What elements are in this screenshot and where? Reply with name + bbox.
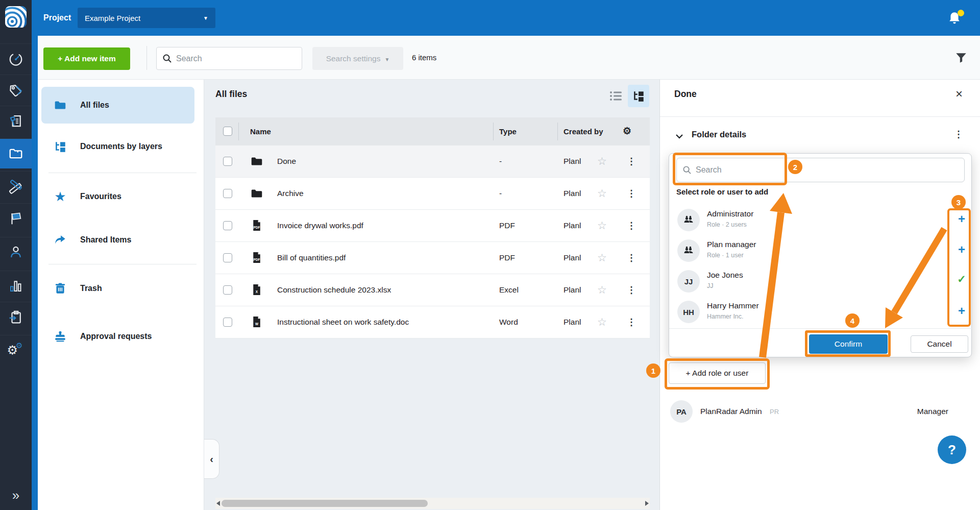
member-row: PA PlanRadar Admin PR Manager (659, 398, 980, 427)
avatar (677, 239, 700, 262)
table-row[interactable]: X Construction schedule 2023.xlsx Excel … (215, 274, 650, 306)
search-settings-button[interactable]: Search settings▼ (312, 47, 403, 70)
role-user-list-item[interactable]: Plan manager Role · 1 user+ (669, 235, 972, 266)
notification-bell-icon[interactable] (948, 11, 963, 27)
sidebar-item-shared-items[interactable]: Shared Items (41, 224, 194, 256)
favourite-star-icon[interactable]: ☆ (597, 220, 607, 232)
favourite-star-icon[interactable]: ☆ (597, 316, 607, 328)
plus-icon[interactable]: + (954, 212, 969, 226)
select-all-checkbox[interactable] (223, 127, 232, 136)
reports-icon[interactable] (0, 204, 32, 233)
sidebar-item-approval-requests[interactable]: Approval requests (41, 321, 194, 352)
file-name[interactable]: Invoice drywal works.pdf (277, 221, 363, 230)
expand-sidebar-icon[interactable]: » (0, 484, 32, 506)
tree-view-icon[interactable] (628, 85, 649, 107)
items-count: 6 items (412, 36, 436, 80)
check-icon[interactable]: ✓ (954, 273, 969, 285)
kebab-menu-icon[interactable]: ⋮ (627, 156, 636, 167)
sidebar-item-trash[interactable]: Trash (41, 273, 194, 304)
row-checkbox[interactable] (223, 157, 232, 166)
users-icon[interactable] (0, 237, 32, 267)
word-file-icon: W (250, 315, 263, 329)
favourite-star-icon[interactable]: ☆ (597, 284, 607, 296)
plus-icon[interactable]: + (954, 242, 969, 257)
add-role-or-user-button[interactable]: + Add role or user (669, 362, 766, 384)
dashboard-icon[interactable] (0, 44, 32, 74)
file-name[interactable]: Construction schedule 2023.xlsx (277, 285, 391, 295)
row-checkbox[interactable] (223, 285, 232, 295)
file-name[interactable]: Bill of quantities.pdf (277, 253, 346, 262)
row-checkbox[interactable] (223, 253, 232, 262)
sidebar-item-label: Trash (80, 284, 102, 293)
sidebar-item-documents-by-layers[interactable]: Documents by layers (41, 131, 194, 162)
row-checkbox[interactable] (223, 221, 232, 230)
list-view-icon[interactable] (607, 87, 625, 105)
table-row[interactable]: PDF Invoice drywal works.pdf PDF Planl ☆… (215, 210, 650, 242)
popup-footer-divider (669, 328, 972, 329)
kebab-menu-icon[interactable]: ⋮ (954, 129, 963, 140)
settings-icon[interactable]: ⚙⚙ (0, 335, 32, 365)
folder-details-section[interactable]: Folder details ⋮ (660, 125, 980, 147)
tickets-icon[interactable] (0, 106, 32, 136)
entry-subtitle: Role · 1 user (707, 252, 744, 259)
table-row[interactable]: PDF Bill of quantities.pdf PDF Planl ☆ ⋮ (215, 242, 650, 274)
help-button[interactable]: ? (938, 435, 966, 464)
popup-search-input[interactable] (696, 165, 941, 175)
role-user-list-item[interactable]: Administrator Role · 2 users+ (669, 205, 972, 235)
kebab-menu-icon[interactable]: ⋮ (627, 188, 636, 199)
file-name[interactable]: Done (277, 157, 296, 166)
layers-icon (54, 140, 67, 153)
column-settings-gear-icon[interactable]: ⚙ (623, 125, 631, 137)
popup-search-box[interactable] (676, 158, 965, 182)
add-role-user-popup: Select role or user to add Administrator… (669, 153, 972, 357)
horizontal-scrollbar[interactable] (215, 498, 650, 509)
search-icon (683, 166, 691, 174)
kebab-menu-icon[interactable]: ⋮ (627, 252, 636, 263)
kebab-menu-icon[interactable]: ⋮ (627, 317, 636, 328)
kebab-menu-icon[interactable]: ⋮ (627, 220, 636, 231)
plus-icon[interactable]: + (954, 304, 969, 318)
plans-icon[interactable] (0, 172, 32, 201)
svg-text:W: W (255, 322, 259, 326)
favourite-star-icon[interactable]: ☆ (597, 155, 607, 167)
sidebar-item-all-files[interactable]: All files (41, 87, 194, 124)
annotation-badge-1: 1 (646, 363, 660, 378)
scroll-right-arrow[interactable] (645, 501, 649, 506)
confirm-button[interactable]: Confirm (809, 334, 888, 354)
forms-icon[interactable] (0, 302, 32, 332)
role-user-list-item[interactable]: HH Harry Hammer Hammer Inc.+ (669, 297, 972, 327)
statistics-icon[interactable] (0, 271, 32, 301)
search-box[interactable] (156, 47, 302, 70)
tags-icon[interactable] (0, 75, 32, 105)
documents-icon[interactable] (0, 139, 32, 168)
filter-icon[interactable] (954, 51, 968, 64)
sidebar-item-favourites[interactable]: ★ Favourites (41, 181, 194, 212)
close-icon[interactable]: × (955, 87, 963, 101)
favourite-star-icon[interactable]: ☆ (597, 252, 607, 264)
table-row[interactable]: Archive - Planl ☆ ⋮ (215, 178, 650, 210)
row-checkbox[interactable] (223, 189, 232, 198)
kebab-menu-icon[interactable]: ⋮ (627, 284, 636, 296)
scrollbar-thumb[interactable] (222, 500, 428, 507)
file-name[interactable]: Archive (277, 189, 304, 198)
file-name[interactable]: Instructional sheet on work safety.doc (277, 318, 409, 327)
role-user-list-item[interactable]: JJ Joe Jones JJ✓ (669, 266, 972, 297)
column-name[interactable]: Name (250, 127, 271, 136)
table-row[interactable]: W Instructional sheet on work safety.doc… (215, 306, 650, 338)
collapse-panel-handle[interactable]: ‹ (204, 439, 219, 479)
file-type: - (499, 157, 502, 166)
folder-file-icon (250, 155, 263, 168)
column-type[interactable]: Type (499, 127, 517, 136)
file-type: - (499, 189, 502, 198)
cancel-button[interactable]: Cancel (911, 335, 968, 353)
search-input[interactable] (176, 54, 288, 63)
favourite-star-icon[interactable]: ☆ (597, 187, 607, 200)
table-row[interactable]: Done - Planl ☆ ⋮ (215, 145, 650, 178)
column-created-by[interactable]: Created by (564, 127, 603, 136)
planradar-logo[interactable] (5, 6, 27, 28)
project-selector[interactable]: Example Project ▼ (78, 8, 215, 28)
scroll-left-arrow[interactable] (216, 501, 220, 506)
star-icon: ★ (54, 190, 67, 203)
add-new-item-button[interactable]: + Add new item (43, 47, 130, 70)
row-checkbox[interactable] (223, 318, 232, 327)
